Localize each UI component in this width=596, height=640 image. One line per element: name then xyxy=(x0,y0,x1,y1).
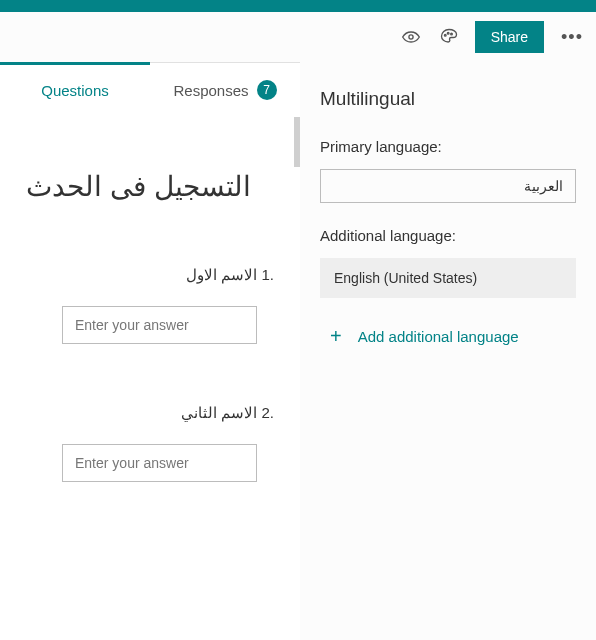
svg-point-2 xyxy=(447,32,449,34)
app-header-strip xyxy=(0,0,596,12)
answer-input-2[interactable] xyxy=(62,444,257,482)
tabs: Questions Responses 7 xyxy=(0,63,300,117)
question-2: 2. الاسم الثاني xyxy=(26,404,274,482)
plus-icon: + xyxy=(330,326,342,346)
svg-point-3 xyxy=(450,33,452,35)
add-language-label: Add additional language xyxy=(358,328,519,345)
svg-point-1 xyxy=(444,35,446,37)
question-1: 1. الاسم الاول xyxy=(26,266,274,344)
share-button[interactable]: Share xyxy=(475,21,544,53)
question-text: الاسم الاول xyxy=(186,266,257,284)
svg-point-0 xyxy=(409,35,413,39)
additional-language-item[interactable]: English (United States) xyxy=(320,258,576,298)
primary-language-select[interactable]: العربية xyxy=(320,169,576,203)
form-content: التسجيل فى الحدث 1. الاسم الاول 2. الاسم… xyxy=(0,117,300,562)
question-label: 2. الاسم الثاني xyxy=(26,404,274,422)
responses-count-badge: 7 xyxy=(257,80,277,100)
primary-language-label: Primary language: xyxy=(320,138,576,155)
question-number: 2. xyxy=(261,404,274,422)
toolbar: Share ••• xyxy=(0,12,596,62)
question-label: 1. الاسم الاول xyxy=(26,266,274,284)
theme-icon[interactable] xyxy=(437,25,461,49)
question-number: 1. xyxy=(261,266,274,284)
additional-language-label: Additional language: xyxy=(320,227,576,244)
multilingual-panel: Multilingual Primary language: العربية A… xyxy=(300,62,596,640)
tab-label: Questions xyxy=(41,82,109,99)
tab-responses[interactable]: Responses 7 xyxy=(150,63,300,117)
form-panel: Questions Responses 7 التسجيل فى الحدث 1… xyxy=(0,62,300,640)
form-title: التسجيل فى الحدث xyxy=(26,167,274,206)
panel-title: Multilingual xyxy=(320,88,576,110)
answer-input-1[interactable] xyxy=(62,306,257,344)
tab-label: Responses xyxy=(173,82,248,99)
tab-questions[interactable]: Questions xyxy=(0,63,150,117)
more-options-button[interactable]: ••• xyxy=(558,27,586,48)
scrollbar[interactable] xyxy=(294,117,300,167)
add-additional-language-button[interactable]: + Add additional language xyxy=(320,326,576,346)
preview-icon[interactable] xyxy=(399,25,423,49)
question-text: الاسم الثاني xyxy=(181,404,257,422)
